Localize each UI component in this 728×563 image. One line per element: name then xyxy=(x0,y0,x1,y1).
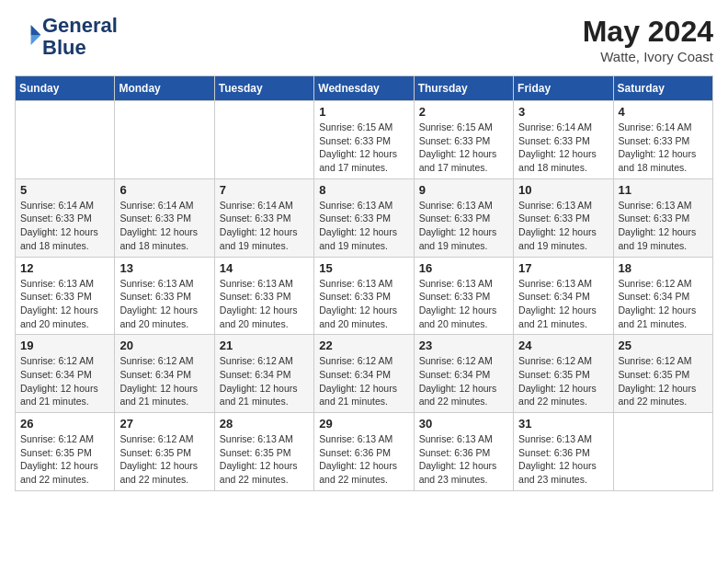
day-info: Sunrise: 6:13 AMSunset: 6:33 PMDaylight:… xyxy=(220,277,309,331)
day-number: 17 xyxy=(518,261,608,275)
day-info: Sunrise: 6:12 AMSunset: 6:34 PMDaylight:… xyxy=(619,277,708,331)
weekday-header-tuesday: Tuesday xyxy=(214,76,313,101)
day-number: 20 xyxy=(119,339,209,352)
calendar-day-8: 8Sunrise: 6:13 AMSunset: 6:33 PMDaylight… xyxy=(314,178,414,257)
day-info: Sunrise: 6:13 AMSunset: 6:36 PMDaylight:… xyxy=(319,432,408,487)
empty-day-cell xyxy=(214,101,313,179)
day-number: 25 xyxy=(619,339,708,352)
day-info: Sunrise: 6:12 AMSunset: 6:35 PMDaylight:… xyxy=(518,354,608,408)
day-number: 24 xyxy=(518,339,608,352)
day-number: 18 xyxy=(619,261,708,275)
calendar-day-20: 20Sunrise: 6:12 AMSunset: 6:34 PMDayligh… xyxy=(115,335,214,413)
day-number: 15 xyxy=(319,261,408,275)
day-number: 28 xyxy=(220,417,309,431)
weekday-header-monday: Monday xyxy=(115,76,214,101)
calendar-day-21: 21Sunrise: 6:12 AMSunset: 6:34 PMDayligh… xyxy=(214,335,313,413)
day-info: Sunrise: 6:13 AMSunset: 6:33 PMDaylight:… xyxy=(619,199,708,253)
day-info: Sunrise: 6:14 AMSunset: 6:33 PMDaylight:… xyxy=(119,199,209,253)
day-number: 27 xyxy=(119,417,209,431)
calendar-day-30: 30Sunrise: 6:13 AMSunset: 6:36 PMDayligh… xyxy=(414,413,513,491)
day-info: Sunrise: 6:15 AMSunset: 6:33 PMDaylight:… xyxy=(319,121,408,175)
day-number: 22 xyxy=(319,339,408,352)
day-info: Sunrise: 6:12 AMSunset: 6:35 PMDaylight:… xyxy=(619,354,708,408)
day-info: Sunrise: 6:15 AMSunset: 6:33 PMDaylight:… xyxy=(419,121,508,175)
day-number: 10 xyxy=(518,183,608,197)
svg-marker-1 xyxy=(31,35,41,45)
month-year-title: May 2024 xyxy=(583,15,713,49)
calendar-day-6: 6Sunrise: 6:14 AMSunset: 6:33 PMDaylight… xyxy=(115,178,214,257)
calendar-week-row: 12Sunrise: 6:13 AMSunset: 6:33 PMDayligh… xyxy=(16,257,713,335)
calendar-week-row: 5Sunrise: 6:14 AMSunset: 6:33 PMDaylight… xyxy=(16,178,713,257)
calendar-day-28: 28Sunrise: 6:13 AMSunset: 6:35 PMDayligh… xyxy=(214,413,313,491)
day-number: 26 xyxy=(20,417,109,431)
logo: General Blue xyxy=(15,15,118,59)
weekday-header-wednesday: Wednesday xyxy=(314,76,414,101)
empty-day-cell xyxy=(115,101,214,179)
day-info: Sunrise: 6:13 AMSunset: 6:34 PMDaylight:… xyxy=(518,277,608,331)
day-info: Sunrise: 6:14 AMSunset: 6:33 PMDaylight:… xyxy=(20,199,109,253)
logo-text: General Blue xyxy=(42,15,118,59)
day-info: Sunrise: 6:14 AMSunset: 6:33 PMDaylight:… xyxy=(220,199,309,253)
day-info: Sunrise: 6:13 AMSunset: 6:33 PMDaylight:… xyxy=(20,277,109,331)
day-number: 3 xyxy=(518,105,608,119)
calendar-week-row: 19Sunrise: 6:12 AMSunset: 6:34 PMDayligh… xyxy=(16,335,713,413)
day-info: Sunrise: 6:12 AMSunset: 6:34 PMDaylight:… xyxy=(119,354,209,408)
calendar-day-23: 23Sunrise: 6:12 AMSunset: 6:34 PMDayligh… xyxy=(414,335,513,413)
weekday-header-friday: Friday xyxy=(514,76,613,101)
page-header: General Blue May 2024 Watte, Ivory Coast xyxy=(15,15,713,64)
weekday-header-saturday: Saturday xyxy=(613,76,712,101)
day-info: Sunrise: 6:13 AMSunset: 6:35 PMDaylight:… xyxy=(220,432,309,487)
day-number: 2 xyxy=(419,105,508,119)
day-info: Sunrise: 6:13 AMSunset: 6:33 PMDaylight:… xyxy=(319,199,408,253)
calendar-day-11: 11Sunrise: 6:13 AMSunset: 6:33 PMDayligh… xyxy=(613,178,712,257)
day-number: 11 xyxy=(619,183,708,197)
calendar-day-10: 10Sunrise: 6:13 AMSunset: 6:33 PMDayligh… xyxy=(514,178,613,257)
day-info: Sunrise: 6:13 AMSunset: 6:33 PMDaylight:… xyxy=(419,199,508,253)
calendar-day-17: 17Sunrise: 6:13 AMSunset: 6:34 PMDayligh… xyxy=(514,257,613,335)
calendar-day-2: 2Sunrise: 6:15 AMSunset: 6:33 PMDaylight… xyxy=(414,101,513,179)
day-number: 13 xyxy=(119,261,209,275)
empty-day-cell xyxy=(613,413,712,491)
calendar-day-4: 4Sunrise: 6:14 AMSunset: 6:33 PMDaylight… xyxy=(613,101,712,179)
day-info: Sunrise: 6:13 AMSunset: 6:33 PMDaylight:… xyxy=(119,277,209,331)
day-number: 9 xyxy=(419,183,508,197)
calendar-day-31: 31Sunrise: 6:13 AMSunset: 6:36 PMDayligh… xyxy=(514,413,613,491)
day-number: 7 xyxy=(220,183,309,197)
calendar-day-5: 5Sunrise: 6:14 AMSunset: 6:33 PMDaylight… xyxy=(16,178,115,257)
calendar-day-13: 13Sunrise: 6:13 AMSunset: 6:33 PMDayligh… xyxy=(115,257,214,335)
calendar-day-29: 29Sunrise: 6:13 AMSunset: 6:36 PMDayligh… xyxy=(314,413,414,491)
day-info: Sunrise: 6:13 AMSunset: 6:33 PMDaylight:… xyxy=(419,277,508,331)
calendar-day-22: 22Sunrise: 6:12 AMSunset: 6:34 PMDayligh… xyxy=(314,335,414,413)
day-number: 12 xyxy=(20,261,109,275)
calendar-week-row: 1Sunrise: 6:15 AMSunset: 6:33 PMDaylight… xyxy=(16,101,713,179)
logo-icon xyxy=(17,22,42,48)
day-info: Sunrise: 6:12 AMSunset: 6:34 PMDaylight:… xyxy=(419,354,508,408)
svg-marker-0 xyxy=(31,25,41,35)
calendar-day-12: 12Sunrise: 6:13 AMSunset: 6:33 PMDayligh… xyxy=(16,257,115,335)
weekday-header-thursday: Thursday xyxy=(414,76,513,101)
day-number: 4 xyxy=(619,105,708,119)
calendar-day-24: 24Sunrise: 6:12 AMSunset: 6:35 PMDayligh… xyxy=(514,335,613,413)
calendar-day-26: 26Sunrise: 6:12 AMSunset: 6:35 PMDayligh… xyxy=(16,413,115,491)
calendar-day-15: 15Sunrise: 6:13 AMSunset: 6:33 PMDayligh… xyxy=(314,257,414,335)
day-number: 5 xyxy=(20,183,109,197)
day-number: 8 xyxy=(319,183,408,197)
calendar-day-18: 18Sunrise: 6:12 AMSunset: 6:34 PMDayligh… xyxy=(613,257,712,335)
calendar-day-7: 7Sunrise: 6:14 AMSunset: 6:33 PMDaylight… xyxy=(214,178,313,257)
weekday-header-sunday: Sunday xyxy=(16,76,115,101)
day-number: 14 xyxy=(220,261,309,275)
calendar-week-row: 26Sunrise: 6:12 AMSunset: 6:35 PMDayligh… xyxy=(16,413,713,491)
day-number: 16 xyxy=(419,261,508,275)
day-info: Sunrise: 6:13 AMSunset: 6:36 PMDaylight:… xyxy=(419,432,508,487)
location-title: Watte, Ivory Coast xyxy=(583,49,713,64)
day-number: 30 xyxy=(419,417,508,431)
day-info: Sunrise: 6:12 AMSunset: 6:34 PMDaylight:… xyxy=(220,354,309,408)
day-number: 29 xyxy=(319,417,408,431)
day-info: Sunrise: 6:12 AMSunset: 6:34 PMDaylight:… xyxy=(319,354,408,408)
day-info: Sunrise: 6:12 AMSunset: 6:34 PMDaylight:… xyxy=(20,354,109,408)
calendar-day-1: 1Sunrise: 6:15 AMSunset: 6:33 PMDaylight… xyxy=(314,101,414,179)
day-number: 19 xyxy=(20,339,109,352)
day-number: 21 xyxy=(220,339,309,352)
day-number: 1 xyxy=(319,105,408,119)
day-number: 6 xyxy=(119,183,209,197)
